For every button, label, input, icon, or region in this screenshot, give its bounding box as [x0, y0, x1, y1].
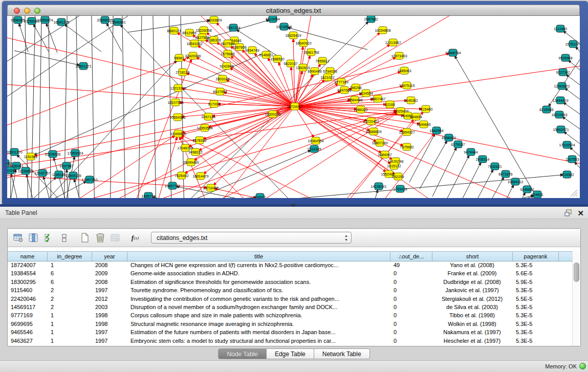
table-cell[interactable]: 1	[48, 320, 92, 329]
trash-button[interactable]	[94, 231, 107, 245]
table-cell[interactable]: 9115460	[8, 287, 48, 295]
graph-node[interactable]: 9227342	[556, 69, 570, 76]
table-cell[interactable]: 1997	[92, 287, 127, 295]
graph-node[interactable]: 17957253	[81, 176, 97, 183]
table-cell[interactable]: 1	[48, 312, 92, 320]
table-cell[interactable]: 19384554	[8, 270, 48, 278]
table-cell[interactable]: 2008	[92, 261, 127, 270]
column-header-year[interactable]: year	[92, 252, 127, 261]
graph-node[interactable]: 252254	[392, 173, 404, 180]
graph-node[interactable]: 26099489	[183, 159, 199, 166]
graph-node[interactable]: 19384554	[308, 137, 323, 144]
table-cell[interactable]: 0	[390, 337, 432, 345]
table-cell[interactable]: 0	[390, 320, 432, 329]
table-cell[interactable]: Embryonic stem cells: a model to study s…	[127, 337, 390, 345]
table-cell[interactable]: Estimation of significance thresholds fo…	[127, 278, 390, 287]
table-cell[interactable]: 1	[48, 261, 92, 270]
table-cell[interactable]: 0	[390, 303, 432, 312]
memory-ok-indicator[interactable]	[579, 363, 586, 369]
graph-node[interactable]: 917004	[208, 100, 220, 107]
table-cell[interactable]: Changes of HCN gene expression and I(f) …	[127, 261, 390, 270]
table-cell[interactable]: 14569117	[8, 303, 48, 312]
table-row[interactable]: 2242004622012Investigating the contribut…	[8, 295, 572, 303]
graph-node[interactable]: 9474444	[464, 148, 477, 156]
float-panel-icon[interactable]	[564, 209, 572, 216]
table-cell[interactable]: 1997	[92, 337, 127, 345]
row-height-button[interactable]	[58, 231, 71, 245]
table-cell[interactable]: 5.9E-5	[513, 278, 559, 287]
table-cell[interactable]: 0	[390, 295, 432, 303]
graph-node[interactable]: 924501	[254, 193, 266, 198]
table-cell[interactable]: 5.3E-5	[513, 312, 559, 320]
graph-node[interactable]: 12093822	[554, 82, 570, 90]
table-cell[interactable]: 5.3E-5	[513, 303, 559, 312]
table-cell[interactable]: 9777169	[8, 312, 48, 320]
table-cell[interactable]: 0	[390, 312, 432, 320]
graph-node[interactable]: 1514345	[307, 145, 321, 152]
graph-node[interactable]: 8454749	[245, 47, 259, 54]
table-cell[interactable]: Corpus callosum shape and size in male p…	[127, 312, 390, 320]
column-header-short[interactable]: short	[432, 252, 513, 261]
table-row[interactable]: 911546021997Tourette syndrome. Phenomeno…	[8, 287, 572, 295]
graph-node[interactable]: 1151561	[24, 153, 38, 160]
table-row[interactable]: 1872400712008Changes of HCN gene express…	[8, 261, 572, 270]
graph-node[interactable]: 2687682	[364, 16, 378, 23]
graph-node[interactable]: 8215955	[539, 106, 553, 113]
table-cell[interactable]: 49	[390, 261, 432, 270]
table-cell[interactable]: 2012	[92, 295, 127, 303]
graph-node[interactable]: 1167553	[565, 156, 579, 163]
table-cell[interactable]: 2008	[92, 278, 127, 287]
table-cell[interactable]: 0	[390, 329, 432, 337]
graph-node[interactable]: 1753426	[393, 185, 407, 192]
table-scrollbar[interactable]	[572, 251, 580, 346]
table-cell[interactable]: 18724007	[8, 261, 48, 270]
graph-node[interactable]: 9397587	[59, 162, 73, 169]
graph-node[interactable]: 15654927	[399, 128, 415, 136]
graph-node[interactable]: 15226058	[195, 27, 211, 34]
table-row[interactable]: 969969511998Structural magnetic resonanc…	[8, 320, 572, 329]
graph-node[interactable]: 62160	[385, 101, 395, 108]
graph-node[interactable]: 10654112	[508, 178, 524, 185]
table-cell[interactable]: Investigating the contribution of common…	[127, 295, 390, 303]
graph-node[interactable]: 12213967	[385, 39, 401, 46]
graph-node[interactable]: 924501	[531, 191, 543, 198]
table-cell[interactable]: 5.6E-5	[513, 270, 559, 278]
graph-node[interactable]: 16961758	[303, 49, 319, 56]
graph-node[interactable]: 10654985	[169, 114, 185, 121]
table-cell[interactable]: 2	[48, 295, 92, 303]
graph-node[interactable]: 10648784	[445, 49, 461, 56]
table-cell[interactable]: Stergiakouli et al. (2012)	[432, 295, 513, 303]
graph-node[interactable]: 884894	[410, 113, 422, 120]
network-canvas[interactable]: 1872400716033809183254191615480889129551…	[7, 16, 580, 198]
table-cell[interactable]: 5.3E-5	[513, 329, 559, 337]
column-header-title[interactable]: title	[127, 252, 390, 261]
show-columns-button[interactable]	[27, 231, 40, 245]
graph-node[interactable]: 2935114	[476, 156, 490, 163]
table-row[interactable]: 1830029562008Estimation of significance …	[8, 278, 572, 287]
graph-node[interactable]: 9245852	[520, 186, 534, 193]
table-row[interactable]: 1938455462009Genome-wide association stu…	[8, 270, 572, 278]
graph-node[interactable]: 26501371	[75, 62, 91, 70]
table-cell[interactable]: 5.3E-5	[513, 337, 559, 345]
table-cell[interactable]: 1998	[92, 320, 127, 329]
table-cell[interactable]: 2	[48, 303, 92, 312]
graph-node[interactable]: 16154808	[375, 27, 390, 34]
table-cell[interactable]: Tourette syndrome. Phenomenology and cla…	[127, 287, 390, 295]
table-cell[interactable]: Yano et al. (2008)	[432, 261, 513, 270]
table-cell[interactable]: 2009	[92, 270, 127, 278]
graph-node[interactable]: 12444419	[552, 97, 568, 104]
column-header-pagerank[interactable]: pagerank	[513, 252, 559, 261]
tab-network-table[interactable]: Network Table	[314, 348, 370, 359]
graph-node[interactable]: 10807467	[369, 95, 385, 102]
table-cell[interactable]: 5.3E-5	[513, 320, 559, 329]
table-cell[interactable]: 5.5E-5	[513, 295, 559, 303]
table-cell[interactable]: 5.3E-5	[513, 287, 559, 295]
graph-node[interactable]: 16914479	[192, 172, 208, 180]
function-builder-button[interactable]: f(x)	[128, 231, 142, 245]
table-cell[interactable]: 18300295	[8, 278, 48, 287]
graph-node[interactable]: 17359924	[67, 149, 83, 157]
graph-node[interactable]: 98961	[174, 54, 184, 61]
graph-node[interactable]: 7625402	[175, 172, 188, 179]
table-cell[interactable]: Wolkin et al. (1998)	[432, 320, 513, 329]
graph-node[interactable]: 9529968	[558, 54, 572, 61]
